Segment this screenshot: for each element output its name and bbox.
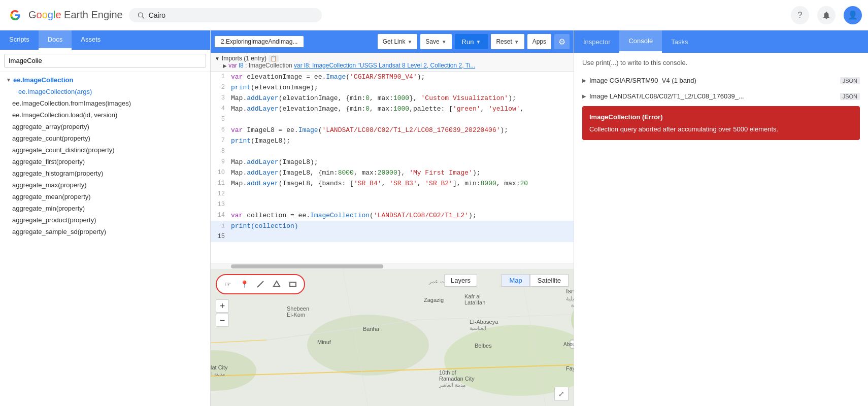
settings-button[interactable]: ⚙ bbox=[554, 34, 570, 49]
line-content-15: print(collection) bbox=[229, 221, 574, 242]
svg-text:الإسماعيلية: الإسماعيلية bbox=[566, 295, 574, 302]
tab-scripts[interactable]: Scripts bbox=[0, 30, 39, 50]
tree-item-4[interactable]: aggregate_count(property) bbox=[0, 132, 210, 144]
zoom-in-button[interactable]: + bbox=[216, 299, 229, 313]
help-button[interactable]: ? bbox=[791, 6, 809, 24]
reset-button[interactable]: Reset ▼ bbox=[491, 34, 524, 49]
var-keyword: var bbox=[228, 62, 239, 69]
collection-link[interactable]: var l8: ImageCollection "USGS Landsat 8 … bbox=[294, 62, 475, 69]
line-content-14: var collection = ee.ImageCollection('LAN… bbox=[229, 210, 574, 221]
fullscreen-button[interactable]: ⤢ bbox=[554, 387, 569, 401]
map-toolbar: ☞ 📍 bbox=[216, 274, 305, 294]
console-entry-1[interactable]: ▶ Image LANDSAT/LC08/C02/T1_L2/LC08_1760… bbox=[582, 90, 860, 102]
scrollbar-thumb[interactable] bbox=[231, 264, 383, 268]
file-tab[interactable]: 2.ExploringImageAndImag... bbox=[215, 36, 304, 47]
tree-item-9[interactable]: aggregate_mean(property) bbox=[0, 191, 210, 202]
tree-group-imagecollection[interactable]: ▼ ee.ImageCollection bbox=[0, 74, 210, 86]
code-line-6: 6 var ImageL8 = ee.Image('LANDSAT/LC08/C… bbox=[211, 125, 574, 136]
console-entry-0[interactable]: ▶ Image CGIAR/SRTM90_V4 (1 band) JSON bbox=[582, 75, 860, 86]
pan-tool-button[interactable]: ☞ bbox=[221, 277, 235, 291]
tree-item-2[interactable]: ee.ImageCollection.load(id, version) bbox=[0, 109, 210, 121]
line-content-11: Map.addLayer(ImageL8, {bands: ['SR_B4', … bbox=[229, 178, 574, 189]
var-arrow: ▶ bbox=[223, 63, 227, 69]
apps-button[interactable]: Apps bbox=[527, 34, 551, 49]
line-num-15: i 15 bbox=[211, 221, 229, 242]
entry-label-1: Image LANDSAT/LC08/C02/T1_L2/LC08_176039… bbox=[589, 92, 744, 100]
copy-imports-icon[interactable]: 📋 bbox=[269, 55, 279, 62]
group-label: ee.ImageCollection bbox=[13, 76, 73, 84]
tree-item-0[interactable]: ee.ImageCollection(args) bbox=[0, 86, 210, 97]
entry-badge-1[interactable]: JSON bbox=[840, 93, 860, 100]
svg-marker-42 bbox=[274, 281, 280, 286]
tab-tasks[interactable]: Tasks bbox=[662, 30, 697, 53]
notifications-button[interactable] bbox=[817, 6, 836, 24]
error-box: ImageCollection (Error) Collection query… bbox=[582, 106, 860, 140]
tree-item-8[interactable]: aggregate_max(property) bbox=[0, 179, 210, 191]
console-hint: Use print(...) to write to this console. bbox=[582, 59, 860, 66]
line-tool-button[interactable] bbox=[253, 277, 268, 291]
doc-tree: ▼ ee.ImageCollection ee.ImageCollection(… bbox=[0, 72, 210, 406]
code-line-15: i 15 print(collection) bbox=[211, 221, 574, 242]
error-message: Collection query aborted after accumulat… bbox=[589, 124, 853, 134]
google-logo-icon bbox=[6, 6, 24, 24]
run-button[interactable]: Run ▼ bbox=[455, 34, 488, 49]
search-bar[interactable] bbox=[129, 8, 322, 22]
center-panel: 2.ExploringImageAndImag... Get Link ▼ Sa… bbox=[211, 30, 574, 406]
code-line-7: 7 print(ImageL8); bbox=[211, 136, 574, 146]
svg-line-2 bbox=[142, 16, 144, 18]
code-line-13: 13 bbox=[211, 199, 574, 210]
rectangle-tool-button[interactable] bbox=[286, 277, 300, 291]
code-scrollbar[interactable] bbox=[211, 263, 574, 269]
point-tool-button[interactable]: 📍 bbox=[237, 277, 251, 291]
entry-badge-0[interactable]: JSON bbox=[840, 77, 860, 84]
polygon-tool-button[interactable] bbox=[270, 277, 284, 291]
svg-text:Abou Sultan: Abou Sultan bbox=[563, 342, 574, 347]
tab-inspector[interactable]: Inspector bbox=[574, 30, 619, 53]
search-input[interactable] bbox=[149, 11, 314, 19]
line-icon bbox=[256, 280, 264, 288]
tree-item-12[interactable]: aggregate_sample_sd(property) bbox=[0, 226, 210, 238]
tree-item-3[interactable]: aggregate_array(property) bbox=[0, 121, 210, 132]
docs-search-input[interactable] bbox=[4, 54, 206, 67]
right-panel: Inspector Console Tasks Use print(...) t… bbox=[574, 30, 868, 406]
svg-text:Lata'ifah: Lata'ifah bbox=[464, 299, 485, 306]
tree-item-10[interactable]: aggregate_min(property) bbox=[0, 202, 210, 214]
line-num-12: 12 bbox=[211, 189, 229, 199]
map-view-button[interactable]: Map bbox=[502, 274, 529, 287]
get-link-button[interactable]: Get Link ▼ bbox=[378, 34, 418, 49]
code-line-2: 2 print(elevationImage); bbox=[211, 82, 574, 93]
save-button[interactable]: Save ▼ bbox=[420, 34, 451, 49]
search-icon bbox=[137, 11, 145, 19]
tree-item-5[interactable]: aggregate_count_distinct(property) bbox=[0, 144, 210, 156]
svg-text:مدينة السادات: مدينة السادات bbox=[211, 371, 225, 377]
line-content-2: print(elevationImage); bbox=[229, 82, 574, 93]
code-area: ▼ Imports (1 entry) 📋 ▶ var l8 : ImageCo… bbox=[211, 53, 574, 269]
tab-console[interactable]: Console bbox=[619, 30, 662, 53]
svg-text:مدينة العاشر: مدينة العاشر bbox=[439, 382, 465, 388]
tree-item-6[interactable]: aggregate_first(property) bbox=[0, 156, 210, 167]
polygon-icon bbox=[273, 280, 281, 288]
tab-docs[interactable]: Docs bbox=[39, 30, 72, 50]
entry-label-0: Image CGIAR/SRTM90_V4 (1 band) bbox=[589, 77, 696, 84]
map-area[interactable]: 75 65 An Nubariyah Shebeen El-Kom Minuf … bbox=[211, 269, 574, 406]
user-avatar[interactable]: 👤 bbox=[844, 6, 862, 24]
save-arrow: ▼ bbox=[442, 39, 447, 45]
expand-arrow: ▼ bbox=[6, 77, 11, 83]
code-editor[interactable]: 1 var elevationImage = ee.Image('CGIAR/S… bbox=[211, 72, 574, 263]
map-zoom-controls: + − bbox=[216, 299, 229, 327]
line-content-7: print(ImageL8); bbox=[229, 136, 574, 146]
line-num-4: 4 bbox=[211, 104, 229, 114]
svg-text:El-Kom: El-Kom bbox=[287, 312, 305, 318]
tree-item-11[interactable]: aggregate_product(property) bbox=[0, 214, 210, 226]
line-num-2: 2 bbox=[211, 82, 229, 93]
layers-button[interactable]: Layers bbox=[444, 274, 477, 287]
tree-item-7[interactable]: aggregate_histogram(property) bbox=[0, 167, 210, 179]
rectangle-icon bbox=[289, 280, 297, 288]
line-num-8: 8 bbox=[211, 146, 229, 157]
tree-item-1[interactable]: ee.ImageCollection.fromImages(images) bbox=[0, 97, 210, 109]
svg-text:Ismailia: Ismailia bbox=[566, 287, 574, 295]
zoom-out-button[interactable]: − bbox=[216, 314, 229, 327]
satellite-view-button[interactable]: Satellite bbox=[530, 274, 569, 287]
expand-imports-arrow[interactable]: ▼ bbox=[215, 56, 220, 61]
tab-assets[interactable]: Assets bbox=[72, 30, 110, 50]
